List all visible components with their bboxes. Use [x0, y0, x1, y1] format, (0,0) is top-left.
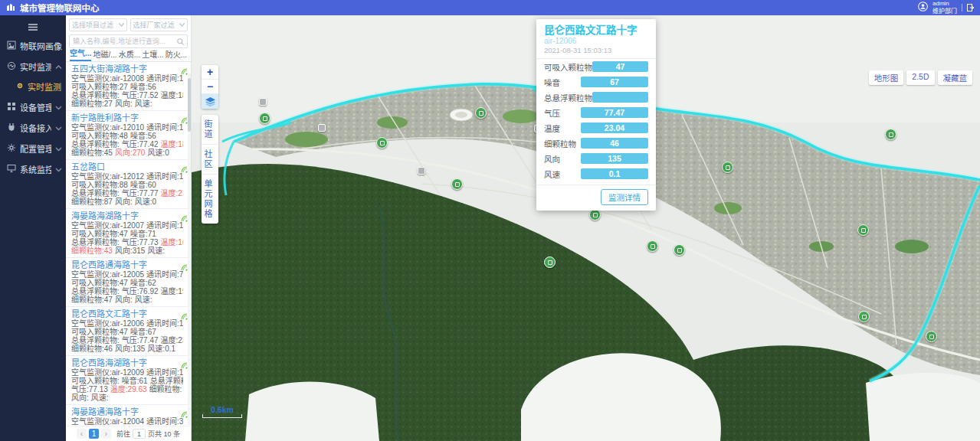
- sidebar-item-1[interactable]: 实时监测: [0, 56, 66, 77]
- sidebar-item-0[interactable]: 物联网画像: [0, 35, 66, 56]
- map-level-button-1[interactable]: 社区: [202, 145, 218, 175]
- device-marker-icon[interactable]: [589, 209, 601, 220]
- sidebar-item-2[interactable]: 设备管理: [0, 96, 66, 117]
- data-value: 可吸入颗粒物:: [71, 377, 120, 385]
- station-card-4[interactable]: 昆仑西路通海路十字空气监测仪:air-12005通讯时间:77天前可吸入颗粒物:…: [66, 258, 191, 307]
- collapse-menu-icon[interactable]: [0, 18, 66, 35]
- device-marker-icon[interactable]: [674, 244, 685, 256]
- data-value: 总悬浮颗粒物:: [71, 189, 120, 198]
- panel-scrollbar[interactable]: [188, 74, 191, 425]
- prev-page-button[interactable]: ‹: [77, 429, 87, 439]
- online-signal-icon: [181, 260, 188, 274]
- data-value: 气压:77.47: [122, 336, 159, 345]
- metric-label: 气压: [544, 107, 560, 119]
- station-data-line: 细颗粒物:87风向:风速:0: [71, 198, 183, 206]
- station-data-line: 可吸入颗粒物:47噪音:62: [71, 279, 183, 287]
- offline-marker-icon[interactable]: [418, 167, 425, 175]
- device-marker-icon[interactable]: [647, 240, 658, 252]
- logout-icon[interactable]: [967, 1, 974, 15]
- map-style-button-1[interactable]: 2.5D: [906, 70, 934, 85]
- map-style-button-0[interactable]: 地形图: [869, 70, 904, 85]
- zoom-in-button[interactable]: +: [202, 65, 218, 80]
- project-filter-label: 选择项目过滤: [72, 20, 113, 30]
- tab-1[interactable]: 地磁/...: [93, 48, 116, 61]
- vendor-filter-select[interactable]: 选择厂家过滤: [130, 18, 188, 31]
- vendor-filter-label: 选择厂家过滤: [133, 20, 175, 30]
- device-marker-icon[interactable]: [857, 224, 869, 236]
- sidebar-item-3[interactable]: 设备接入: [0, 117, 66, 138]
- map-style-button-2[interactable]: 凝藏蓝: [938, 70, 973, 85]
- device-marker-icon[interactable]: [544, 256, 556, 268]
- device-marker-icon[interactable]: [376, 137, 388, 149]
- metric-label: 可吸入颗粒物: [544, 61, 592, 73]
- offline-marker-icon[interactable]: [318, 124, 326, 132]
- tab-4[interactable]: 防火...: [166, 48, 187, 61]
- goto-page-input[interactable]: [133, 429, 146, 439]
- station-title: 昆仑西路文汇路十字: [71, 309, 183, 319]
- search-input[interactable]: [73, 38, 175, 45]
- map-scalebar: 0.6km: [202, 405, 242, 418]
- tab-3[interactable]: 土壤...: [142, 48, 163, 61]
- map-area[interactable]: + − 街道社区单元网格 地形图2.5D凝藏蓝 0.6km 昆仑西路文汇路十字 …: [192, 15, 980, 441]
- data-value: 细颗粒物:45: [71, 149, 113, 157]
- station-card-1[interactable]: 新宁路胜利路十字空气监测仪:air-12010通讯时间:1小时前可吸入颗粒物:4…: [66, 111, 191, 160]
- offline-marker-icon[interactable]: [259, 98, 267, 106]
- device-marker-icon[interactable]: [475, 107, 487, 119]
- user-info[interactable]: admin 维护部门: [932, 0, 957, 15]
- device-marker-icon[interactable]: [451, 178, 463, 190]
- station-card-0[interactable]: 五四大街海湖路十字空气监测仪:air-12008通讯时间:1小时前可吸入颗粒物:…: [66, 62, 191, 111]
- station-popup: 昆仑西路文汇路十字 air-12006 2021-08-31 15:03:13 …: [536, 19, 656, 211]
- metric-row-3: 气压77.47: [544, 105, 648, 120]
- data-value: 空气监测仪:air-12010: [71, 123, 144, 132]
- device-marker-icon[interactable]: [259, 113, 270, 124]
- station-card-5[interactable]: 昆仑西路文汇路十字空气监测仪:air-12006通讯时间:1小时前可吸入颗粒物:…: [66, 307, 191, 356]
- chevron-down-icon: [55, 103, 62, 112]
- data-value: 噪音:67: [130, 328, 156, 336]
- next-page-button[interactable]: ›: [101, 429, 111, 439]
- sidebar-item-5[interactable]: 系统监控: [0, 158, 66, 179]
- station-data-line: 风向:风速:: [71, 394, 183, 402]
- alert-value: 风向:270: [115, 149, 145, 157]
- device-marker-icon[interactable]: [858, 311, 870, 322]
- device-marker-icon[interactable]: [722, 162, 733, 173]
- data-value: 风向:: [115, 296, 133, 304]
- config-manage-icon: [7, 143, 16, 154]
- station-card-7[interactable]: 海晏路通海路十字空气监测仪:air-12004通讯时间:3小时前可吸入颗粒物:1…: [66, 405, 191, 426]
- page-number[interactable]: 1: [89, 429, 99, 439]
- data-value: 可吸入颗粒物:47: [71, 279, 128, 287]
- zoom-out-button[interactable]: −: [202, 80, 218, 94]
- data-value: 可吸入颗粒物:88: [71, 181, 128, 189]
- data-value: 通讯时间:1小时前: [146, 319, 183, 328]
- data-value: 总悬浮颗粒物:: [71, 287, 120, 296]
- data-value: 可吸入颗粒物:48: [71, 132, 128, 140]
- chevron-down-icon: [55, 165, 62, 174]
- user-avatar-icon[interactable]: [918, 1, 928, 15]
- alert-value: 温度:21.34: [161, 189, 183, 198]
- data-value: 空气监测仪:air-12005: [71, 270, 144, 279]
- station-card-6[interactable]: 昆仑西路海湖路十字空气监测仪:air-12009通讯时间:14天前可吸入颗粒物:…: [66, 356, 191, 405]
- chevron-down-icon: [119, 23, 124, 27]
- monitor-detail-button[interactable]: 监测详情: [601, 189, 648, 205]
- sidebar-item-label: 系统监控: [20, 163, 51, 175]
- user-name: admin: [932, 0, 957, 8]
- app-title: 城市管理物联网中心: [20, 2, 100, 14]
- device-marker-icon[interactable]: [885, 129, 896, 140]
- sidebar-item-4[interactable]: 配置管理: [0, 138, 66, 158]
- sidebar-subitem-active[interactable]: 实时监测: [0, 77, 66, 96]
- tab-0[interactable]: 空气...: [70, 47, 91, 61]
- layers-button[interactable]: [202, 94, 218, 109]
- station-card-3[interactable]: 海晏路海湖路十字空气监测仪:air-12007通讯时间:1小时前可吸入颗粒物:4…: [66, 209, 191, 258]
- station-data-line: 可吸入颗粒物:47噪音:71: [71, 230, 183, 238]
- project-filter-select[interactable]: 选择项目过滤: [69, 18, 127, 31]
- tab-2[interactable]: 水质...: [119, 48, 140, 61]
- device-marker-icon[interactable]: [926, 331, 937, 342]
- map-level-button-2[interactable]: 单元网格: [202, 175, 218, 224]
- online-signal-icon: [181, 211, 188, 225]
- search-icon[interactable]: [177, 38, 184, 45]
- data-value: 风速:: [147, 247, 165, 255]
- map-level-button-0[interactable]: 街道: [202, 115, 218, 145]
- data-value: 通讯时间:3小时前: [146, 417, 183, 426]
- map-style-controls: 地形图2.5D凝藏蓝: [869, 70, 972, 85]
- station-title: 海晏路海湖路十字: [71, 211, 183, 221]
- station-card-2[interactable]: 五岔路口空气监测仪:air-12012通讯时间:1小时前可吸入颗粒物:88噪音:…: [66, 160, 191, 209]
